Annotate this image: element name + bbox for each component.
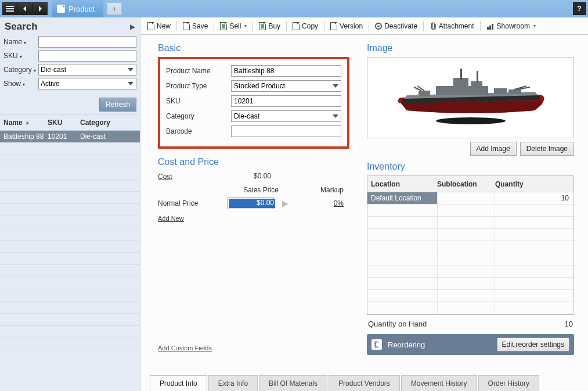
content: New Save Sell▾ Buy Copy Version Deactiva… [140, 17, 588, 391]
search-sku-label: SKU▾ [3, 52, 38, 60]
tab-movement[interactable]: Movement History [401, 375, 477, 391]
tab-order-history[interactable]: Order History [478, 375, 539, 391]
grid-row[interactable] [0, 302, 140, 314]
grid-hdr-name[interactable]: Name▲ [0, 119, 48, 127]
grid-hdr-category[interactable]: Category [80, 119, 140, 127]
grid-row[interactable] [0, 253, 140, 265]
markup-hdr: Markup [279, 186, 349, 194]
tab-extra-info[interactable]: Extra Info [208, 375, 258, 391]
grid-row[interactable] [0, 180, 140, 192]
new-button[interactable]: New [144, 20, 174, 33]
inv-row[interactable]: Default Location 10 [367, 192, 573, 205]
grid-row[interactable] [0, 228, 140, 241]
sell-button[interactable]: Sell▾ [217, 20, 250, 33]
help-button[interactable]: ? [573, 2, 586, 15]
version-icon [330, 22, 337, 30]
grid-row[interactable] [0, 241, 140, 253]
grid-row[interactable]: Battleship 88 10201 Die-cast [0, 131, 140, 143]
inv-row[interactable] [367, 266, 573, 278]
tab-label: Product [68, 5, 95, 13]
grid-row[interactable] [0, 167, 140, 180]
grid-row[interactable] [0, 143, 140, 155]
svg-rect-1 [6, 8, 14, 9]
search-show-label: Show▾ [3, 80, 38, 88]
sku-input[interactable] [231, 95, 341, 107]
delete-image-button[interactable]: Delete Image [520, 142, 574, 156]
copy-button[interactable]: Copy [289, 20, 322, 33]
attachment-button[interactable]: Attachment [426, 20, 478, 33]
results-grid: Name▲ SKU Category Battleship 88 10201 D… [0, 114, 140, 391]
grid-row[interactable] [0, 314, 140, 326]
search-category-select[interactable]: Die-cast [38, 64, 136, 76]
add-custom-fields-link[interactable]: Add Custom Fields [158, 345, 212, 351]
showroom-button[interactable]: Showroom▾ [483, 20, 539, 33]
grid-row[interactable] [0, 155, 140, 167]
inv-hdr-sub[interactable]: Sublocation [437, 180, 495, 188]
grid-row[interactable] [0, 338, 140, 350]
chevron-down-icon: ▾ [244, 23, 247, 28]
back-button[interactable] [17, 2, 33, 15]
grid-row[interactable] [0, 204, 140, 216]
cost-value: $0.00 [228, 171, 274, 182]
inv-row[interactable] [367, 278, 573, 290]
version-button[interactable]: Version [327, 20, 366, 33]
edit-reorder-button[interactable]: Edit reorder settings [497, 338, 569, 351]
add-image-button[interactable]: Add Image [470, 142, 517, 156]
cost-link[interactable]: Cost [158, 173, 228, 181]
search-name-input[interactable] [38, 36, 136, 48]
inv-row[interactable] [367, 241, 573, 253]
collapse-icon[interactable]: ▶ [130, 23, 135, 31]
grid-row[interactable] [0, 216, 140, 228]
svg-rect-5 [492, 24, 493, 30]
search-sku-input[interactable] [38, 50, 136, 62]
tab-product[interactable]: Product [52, 0, 103, 17]
add-tab-button[interactable]: + [107, 2, 122, 15]
inv-hdr-qty[interactable]: Quantity [495, 180, 573, 188]
deactivate-icon [375, 23, 382, 30]
inv-row[interactable] [367, 217, 573, 229]
tab-vendors[interactable]: Product Vendors [329, 375, 400, 391]
inv-row[interactable] [367, 302, 573, 314]
grid-hdr-sku[interactable]: SKU [48, 119, 80, 127]
inv-row[interactable] [367, 290, 573, 302]
add-new-link[interactable]: Add New [158, 215, 184, 222]
svg-rect-2 [6, 10, 14, 12]
grid-row[interactable] [0, 265, 140, 277]
buy-button[interactable]: Buy [255, 20, 284, 33]
save-button[interactable]: Save [179, 20, 211, 33]
grid-row[interactable] [0, 289, 140, 302]
product-type-select[interactable]: Stocked Product [231, 80, 341, 92]
refresh-button[interactable]: Refresh [99, 98, 136, 112]
inv-cell-qty: 10 [495, 194, 573, 202]
product-name-input[interactable] [231, 65, 341, 77]
reorder-icon [371, 339, 382, 350]
grid-cell-category: Die-cast [80, 132, 140, 141]
search-name-label: Name▾ [3, 38, 38, 46]
inv-cell-location: Default Location [367, 192, 437, 204]
search-show-select[interactable]: Active [38, 78, 136, 89]
grid-row[interactable] [0, 326, 140, 338]
normal-price-input[interactable] [228, 198, 274, 209]
category-select[interactable]: Die-cast [231, 110, 341, 122]
menu-icon[interactable] [2, 2, 17, 15]
inv-row[interactable] [367, 229, 573, 241]
markup-link[interactable]: 0% [334, 199, 349, 207]
reorder-label: Reordering [388, 340, 491, 349]
barcode-input[interactable] [231, 125, 341, 137]
cost-price-title: Cost and Price [158, 157, 349, 167]
inv-hdr-location[interactable]: Location [367, 180, 437, 188]
forward-button[interactable] [33, 2, 48, 15]
play-icon[interactable]: ▶ [282, 199, 288, 208]
tab-bom[interactable]: Bill Of Materials [259, 375, 327, 391]
grid-row[interactable] [0, 192, 140, 204]
inv-row[interactable] [367, 253, 573, 266]
svg-rect-4 [489, 26, 491, 30]
inv-cell-sub [437, 192, 495, 204]
inv-row[interactable] [367, 205, 573, 217]
deactivate-button[interactable]: Deactivate [371, 20, 421, 33]
tab-product-info[interactable]: Product Info [150, 375, 207, 391]
grid-row[interactable] [0, 277, 140, 289]
bottom-tabs: Product Info Extra Info Bill Of Material… [140, 375, 588, 391]
search-title: Search [5, 21, 38, 33]
chevron-down-icon: ▾ [533, 23, 536, 28]
